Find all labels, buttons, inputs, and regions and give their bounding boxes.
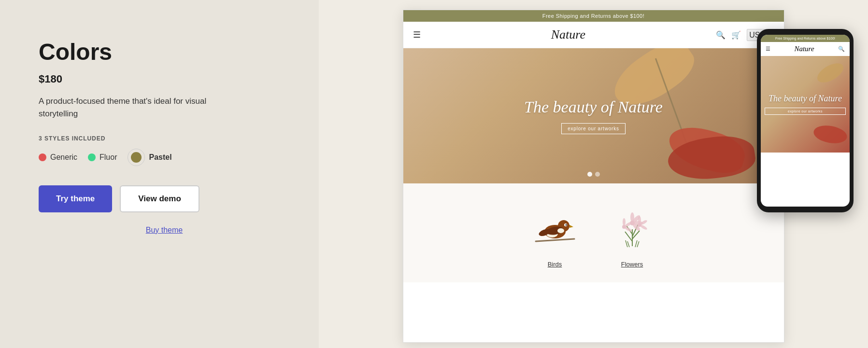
style-dot-fluor: [88, 153, 96, 161]
svg-point-9: [557, 228, 564, 233]
product-card-birds[interactable]: Birds: [526, 198, 584, 268]
style-dot-pastel-wrapper: [128, 149, 145, 166]
svg-point-21: [623, 218, 626, 226]
right-panel: Free Shipping and Returns above $100! ☰ …: [319, 0, 868, 348]
store-hero: The beauty of Nature explore our artwork…: [403, 48, 784, 183]
mobile-hero-cta[interactable]: explore our artworks: [765, 108, 846, 115]
buy-theme-link[interactable]: Buy theme: [39, 226, 290, 235]
flower-svg: [608, 203, 656, 251]
svg-line-29: [627, 241, 629, 247]
style-pastel[interactable]: Pastel: [128, 149, 171, 166]
style-dot-pastel: [131, 152, 142, 163]
store-logo: Nature: [551, 28, 585, 42]
style-name-pastel: Pastel: [149, 153, 171, 162]
svg-line-30: [635, 240, 637, 247]
hero-dot-2[interactable]: [595, 172, 600, 177]
mobile-preview: Free Shipping and Returns above $100! ☰ …: [757, 29, 854, 212]
theme-description: A product-focused theme that's ideal for…: [39, 95, 242, 120]
flower-illustration: [603, 198, 661, 256]
mobile-inner: Free Shipping and Returns above $100! ☰ …: [761, 35, 850, 207]
theme-price: $180: [39, 73, 290, 85]
mobile-banner: Free Shipping and Returns above $100!: [761, 35, 850, 42]
store-banner: Free Shipping and Returns above $100!: [403, 10, 784, 22]
style-dot-generic: [39, 153, 46, 161]
style-fluor[interactable]: Fluor: [88, 153, 117, 162]
svg-line-0: [536, 239, 574, 241]
mobile-leaf-tan: [814, 59, 847, 86]
svg-point-25: [638, 216, 641, 224]
svg-line-28: [626, 240, 627, 247]
styles-list: Generic Fluor Pastel: [39, 149, 290, 166]
product-card-flowers[interactable]: Flowers: [603, 198, 661, 268]
store-products: Birds: [403, 183, 784, 282]
theme-title: Colors: [39, 39, 290, 65]
style-name-generic: Generic: [50, 153, 77, 162]
svg-line-31: [637, 241, 639, 247]
store-nav: ☰ Nature 🔍 🛒 USD ▾: [403, 22, 784, 48]
hero-heading: The beauty of Nature: [524, 98, 663, 116]
mobile-logo: Nature: [794, 45, 814, 53]
desktop-preview: Free Shipping and Returns above $100! ☰ …: [403, 10, 784, 343]
action-buttons: Try theme View demo: [39, 185, 290, 212]
left-panel: Colors $180 A product-focused theme that…: [0, 0, 319, 348]
hero-dots: [587, 172, 600, 177]
style-generic[interactable]: Generic: [39, 153, 77, 162]
bird-svg: [531, 203, 579, 251]
search-icon[interactable]: 🔍: [716, 30, 726, 40]
hamburger-icon: ☰: [413, 29, 421, 40]
svg-point-27: [640, 224, 648, 230]
mobile-hero-heading: The beauty of Nature: [765, 94, 846, 104]
hero-text-block: The beauty of Nature explore our artwork…: [524, 98, 663, 134]
product-name-birds[interactable]: Birds: [548, 261, 562, 268]
hero-cta-button[interactable]: explore our artworks: [561, 123, 626, 134]
svg-point-6: [565, 224, 567, 226]
hero-dot-1[interactable]: [587, 172, 592, 177]
mobile-hero: The beauty of Nature explore our artwork…: [761, 56, 850, 153]
bird-illustration: [526, 198, 584, 256]
mobile-nav: ☰ Nature 🔍: [761, 42, 850, 56]
styles-label: 3 STYLES INCLUDED: [39, 135, 290, 142]
mobile-hamburger-icon: ☰: [766, 46, 770, 52]
mobile-search-icon[interactable]: 🔍: [838, 46, 845, 52]
view-demo-button[interactable]: View demo: [120, 185, 199, 212]
svg-marker-4: [569, 225, 573, 228]
mobile-leaf-red: [812, 123, 848, 146]
mobile-hero-content: The beauty of Nature explore our artwork…: [765, 94, 846, 115]
try-theme-button[interactable]: Try theme: [39, 185, 112, 212]
style-name-fluor: Fluor: [100, 153, 117, 162]
product-name-flowers[interactable]: Flowers: [621, 261, 643, 268]
cart-icon[interactable]: 🛒: [731, 30, 741, 40]
